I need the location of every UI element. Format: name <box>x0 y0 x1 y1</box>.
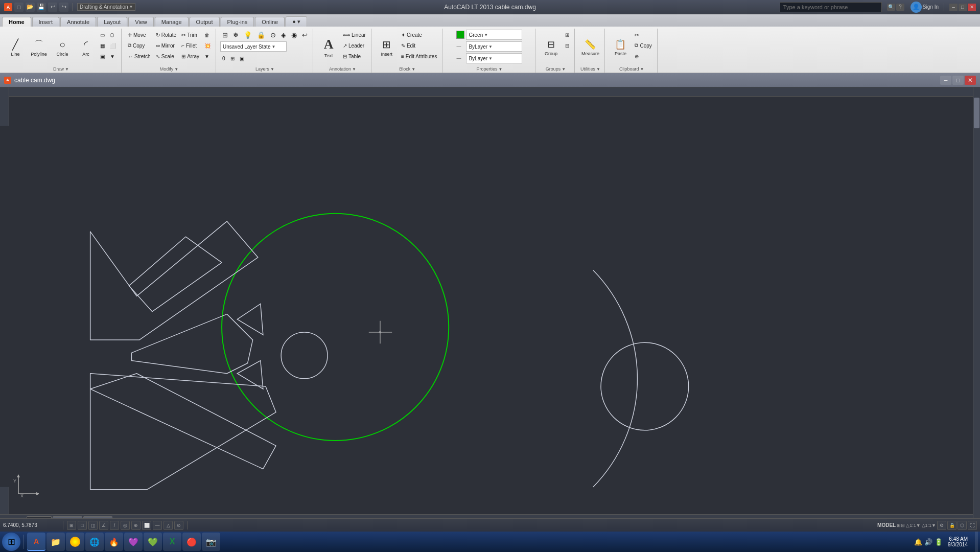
linetype1-dropdown[interactable]: ByLayer ▼ <box>466 41 522 52</box>
layers-group-label[interactable]: Layers ▼ <box>255 65 274 73</box>
close-btn[interactable]: ✕ <box>968 4 976 11</box>
taskbar-firefox[interactable]: 🔥 <box>105 533 123 551</box>
paste-btn[interactable]: 📋 Paste <box>609 30 632 64</box>
color-dropdown[interactable]: Green ▼ <box>466 30 522 40</box>
dyn-btn[interactable]: ⬜ <box>142 521 151 530</box>
minimize-btn[interactable]: – <box>949 4 958 11</box>
taskbar-clock[interactable]: 6:48 AM 9/3/2014 <box>948 536 972 547</box>
layer-off-btn[interactable]: 💡 <box>242 30 254 40</box>
draw-dropdown[interactable]: ▼ <box>108 51 118 61</box>
utilities-group-label[interactable]: Utilities ▼ <box>580 65 600 73</box>
taskbar-excel[interactable]: X <box>163 533 181 551</box>
polyline-btn[interactable]: ⌒ Polyline <box>28 30 50 64</box>
layer-lock-btn[interactable]: 🔒 <box>255 30 267 40</box>
tab-manage[interactable]: Manage <box>155 17 189 27</box>
circle-btn[interactable]: ○ Circle <box>51 30 74 64</box>
workspace-dropdown[interactable]: Drafting & Annotation ▼ <box>77 3 135 11</box>
qp-btn[interactable]: ⊙ <box>174 521 183 530</box>
hatch-btn[interactable]: ▦ <box>98 40 107 51</box>
rotate-btn[interactable]: ↻ Rotate <box>154 30 178 40</box>
start-button[interactable]: ⊞ <box>2 533 20 551</box>
groups-more2[interactable]: ⊟ <box>563 40 571 51</box>
layer-more-btn[interactable]: ⊙ <box>268 30 278 40</box>
app-maximize-btn[interactable]: □ <box>952 76 964 85</box>
layer-properties-btn[interactable]: ⊞ <box>220 30 230 40</box>
cut-btn[interactable]: ✂ <box>633 30 654 40</box>
tab-plugins[interactable]: Plug-ins <box>221 17 254 27</box>
modify-more1[interactable]: 🗑 <box>202 30 213 40</box>
groups-more1[interactable]: ⊞ <box>563 30 571 40</box>
annotation-group-label[interactable]: Annotation ▼ <box>329 65 356 73</box>
properties-group-label[interactable]: Properties ▼ <box>476 65 502 73</box>
lock-btn[interactable]: 🔒 <box>947 521 956 530</box>
taskbar-app3[interactable] <box>66 533 84 551</box>
tab-annotate[interactable]: Annotate <box>60 17 96 27</box>
mirror-btn[interactable]: ⇔ Mirror <box>154 40 178 51</box>
taskbar-app6[interactable]: 💜 <box>124 533 143 551</box>
region-btn[interactable]: ⬡ <box>108 30 118 40</box>
rect-btn[interactable]: ▭ <box>98 30 107 40</box>
tray-volume[interactable]: 🔊 <box>924 538 932 546</box>
layer-iso2-btn[interactable]: ◉ <box>289 30 299 40</box>
measure-btn[interactable]: 📏 Measure <box>579 30 601 64</box>
layer-btn3[interactable]: ▣ <box>238 53 246 63</box>
grid-btn[interactable]: □ <box>78 521 87 530</box>
array-btn[interactable]: ⊞ Array <box>179 51 201 61</box>
tray-network[interactable]: 🔔 <box>914 538 922 546</box>
edit-attr-btn[interactable]: ≡ Edit Attributes <box>399 51 439 61</box>
stretch-btn[interactable]: ↔ Stretch <box>126 51 153 61</box>
tray-battery[interactable]: 🔋 <box>935 538 943 546</box>
otrack-btn[interactable]: ◎ <box>121 521 130 530</box>
layer-num-btn[interactable]: 0 <box>220 53 227 63</box>
tab-layout[interactable]: Layout <box>97 17 127 27</box>
leader-btn[interactable]: ↗ Leader <box>341 40 368 51</box>
lweight-btn[interactable]: — <box>153 521 162 530</box>
app-minimize-btn[interactable]: – <box>940 76 951 85</box>
scale-btn[interactable]: ⤡ Scale <box>154 51 178 61</box>
taskbar-app7[interactable]: 💚 <box>144 533 162 551</box>
scrollbar-thumb[interactable] <box>974 98 979 128</box>
table-btn[interactable]: ⊟ Table <box>341 51 368 61</box>
draw-group-label[interactable]: Draw ▼ <box>53 65 69 73</box>
ortho-btn[interactable]: ◫ <box>88 521 98 530</box>
clipboard-group-label[interactable]: Clipboard ▼ <box>619 65 644 73</box>
undo-btn[interactable]: ↩ <box>48 3 57 12</box>
wipeout-btn[interactable]: ⬜ <box>108 40 118 51</box>
layer-prev-btn[interactable]: ↩ <box>300 30 310 40</box>
help-btn[interactable]: ? <box>896 4 904 11</box>
linetype2-dropdown[interactable]: ByLayer ▼ <box>466 53 522 63</box>
tab-online[interactable]: Online <box>255 17 285 27</box>
modify-down[interactable]: ▼ <box>202 51 213 61</box>
fillet-btn[interactable]: ⌐ Fillet <box>179 40 201 51</box>
maximize-btn[interactable]: □ <box>959 4 967 11</box>
move-btn[interactable]: ✛ Move <box>126 30 153 40</box>
linear-btn[interactable]: ⟺ Linear <box>341 30 368 40</box>
copy-btn[interactable]: ⧉ Copy <box>126 40 153 51</box>
redo-btn[interactable]: ↪ <box>59 3 68 12</box>
modify-group-label[interactable]: Modify ▼ <box>160 65 178 73</box>
matchprop-btn[interactable]: ⊕ <box>633 51 654 61</box>
show-desktop-btn[interactable] <box>975 532 978 552</box>
arc-btn[interactable]: ◜ Arc <box>75 30 97 64</box>
search-btn[interactable]: 🔍 <box>887 4 895 11</box>
group-btn[interactable]: ⊟ Group <box>540 30 562 64</box>
taskbar-app9[interactable]: 🔴 <box>182 533 201 551</box>
search-input[interactable] <box>780 2 882 12</box>
text-btn[interactable]: A Text <box>317 30 340 64</box>
snap-toggle[interactable]: / <box>110 521 119 530</box>
tab-view[interactable]: View <box>128 17 154 27</box>
tab-extra[interactable]: ● ▾ <box>286 16 307 27</box>
open-btn[interactable]: 📂 <box>26 3 35 12</box>
trim-btn[interactable]: ✂ Trim <box>179 30 201 40</box>
polar-btn[interactable]: ∠ <box>99 521 108 530</box>
modify-more2[interactable]: 💥 <box>202 40 213 51</box>
snap-btn[interactable]: ⊞ <box>67 521 76 530</box>
tab-home[interactable]: Home <box>2 17 31 27</box>
tab-insert[interactable]: Insert <box>32 17 60 27</box>
tab-output[interactable]: Output <box>190 17 220 27</box>
taskbar-app10[interactable]: 📷 <box>202 533 220 551</box>
taskbar-chrome[interactable]: 🌐 <box>85 533 104 551</box>
layer-btn2[interactable]: ⊞ <box>228 53 237 63</box>
taskbar-explorer[interactable]: 📁 <box>46 533 65 551</box>
taskbar-autocad[interactable]: A <box>27 533 45 551</box>
